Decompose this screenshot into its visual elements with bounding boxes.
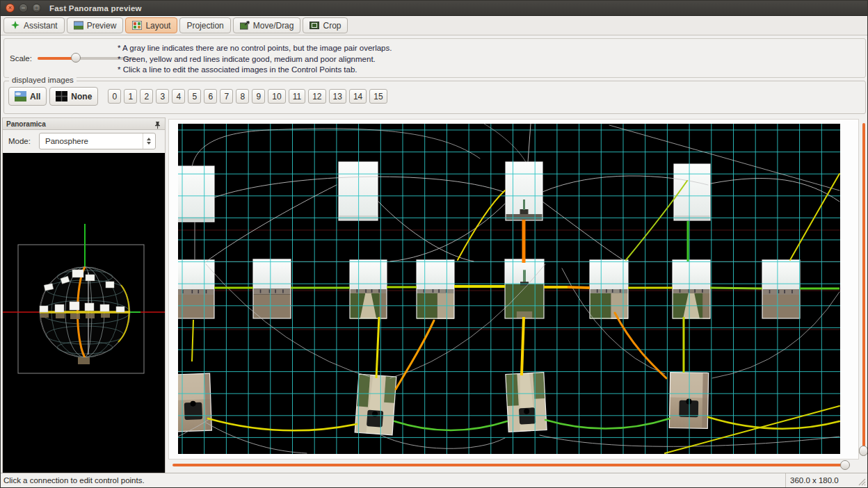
combo-spinner-icon[interactable] bbox=[143, 133, 155, 149]
mode-label: Mode: bbox=[8, 137, 31, 145]
hfov-slider-handle[interactable] bbox=[840, 460, 850, 470]
hfov-slider[interactable] bbox=[170, 459, 858, 471]
status-bar: Click a connection to edit control point… bbox=[1, 473, 867, 487]
all-images-icon bbox=[15, 91, 26, 101]
image-toggle-9[interactable]: 9 bbox=[252, 89, 265, 104]
close-button[interactable]: × bbox=[6, 3, 15, 13]
image-toggle-12[interactable]: 12 bbox=[308, 89, 326, 104]
image-toggle-14[interactable]: 14 bbox=[349, 89, 367, 104]
panoramica-header: Panoramica bbox=[3, 118, 165, 130]
help-box: Scale: * A gray line indicates there are… bbox=[3, 38, 866, 78]
tab-assistant[interactable]: Assistant bbox=[3, 17, 65, 33]
panel-title: Panoramica bbox=[6, 120, 46, 128]
none-button[interactable]: None bbox=[49, 87, 98, 106]
layout-icon bbox=[132, 21, 142, 30]
tab-layout[interactable]: Layout bbox=[125, 17, 177, 33]
image-toggle-0[interactable]: 0 bbox=[108, 89, 121, 104]
pano-size-field: 360.0 x 180.0 bbox=[785, 473, 867, 487]
image-toggle-8[interactable]: 8 bbox=[236, 89, 249, 104]
all-button[interactable]: All bbox=[8, 87, 47, 106]
maximize-button[interactable]: □ bbox=[32, 3, 41, 13]
image-toggle-13[interactable]: 13 bbox=[329, 89, 346, 104]
assistant-icon bbox=[10, 21, 20, 30]
status-message: Click a connection to edit control point… bbox=[1, 476, 785, 485]
mode-select[interactable]: Panosphere bbox=[39, 133, 156, 149]
vfov-slider-handle[interactable] bbox=[859, 446, 868, 456]
help-text: * A gray line indicates there are no con… bbox=[118, 43, 392, 76]
tab-crop[interactable]: Crop bbox=[303, 17, 348, 33]
image-toggle-7[interactable]: 7 bbox=[220, 89, 233, 104]
move-drag-icon bbox=[240, 21, 250, 30]
layout-graph bbox=[178, 124, 840, 454]
tab-projection[interactable]: Projection bbox=[179, 17, 230, 33]
displayed-images-group: displayed images All None 0 1 2 3 4 5 bbox=[3, 81, 866, 114]
scale-label: Scale: bbox=[10, 54, 32, 63]
panoramica-panel: Panoramica Mode: Panosphere bbox=[2, 117, 166, 474]
displayed-images-legend: displayed images bbox=[9, 76, 77, 84]
vfov-slider[interactable] bbox=[859, 120, 868, 461]
image-toggle-6[interactable]: 6 bbox=[204, 89, 217, 104]
panosphere-preview[interactable] bbox=[3, 153, 165, 473]
titlebar: × – □ Fast Panorama preview bbox=[1, 1, 867, 16]
image-toggle-4[interactable]: 4 bbox=[172, 89, 185, 104]
scale-slider-handle[interactable] bbox=[71, 53, 81, 63]
layout-canvas-widget bbox=[168, 119, 859, 459]
image-toggle-2[interactable]: 2 bbox=[140, 89, 153, 104]
resize-grip[interactable] bbox=[858, 478, 867, 487]
image-toggle-10[interactable]: 10 bbox=[268, 89, 285, 104]
tab-preview[interactable]: Preview bbox=[67, 17, 124, 33]
pin-icon[interactable] bbox=[154, 120, 161, 128]
panosphere-sphere bbox=[3, 153, 165, 473]
image-toggle-row: 0 1 2 3 4 5 6 7 8 9 10 11 12 13 14 15 bbox=[108, 89, 387, 104]
window-title: Fast Panorama preview bbox=[49, 4, 142, 13]
image-toggle-3[interactable]: 3 bbox=[156, 89, 169, 104]
preview-icon bbox=[74, 21, 83, 30]
minimize-button[interactable]: – bbox=[19, 3, 28, 13]
image-toggle-15[interactable]: 15 bbox=[369, 89, 387, 104]
no-images-icon bbox=[56, 91, 67, 101]
image-toggle-5[interactable]: 5 bbox=[188, 89, 201, 104]
tab-move-drag[interactable]: Move/Drag bbox=[233, 17, 301, 33]
tab-bar: Assistant Preview Layout Projection Move… bbox=[1, 17, 867, 35]
image-toggle-11[interactable]: 11 bbox=[289, 89, 305, 104]
image-toggle-1[interactable]: 1 bbox=[124, 89, 137, 104]
layout-canvas[interactable] bbox=[178, 124, 840, 454]
app-window: × – □ Fast Panorama preview Assistant Pr… bbox=[0, 0, 868, 488]
mode-row: Mode: Panosphere bbox=[3, 130, 165, 152]
crop-icon bbox=[310, 21, 319, 30]
